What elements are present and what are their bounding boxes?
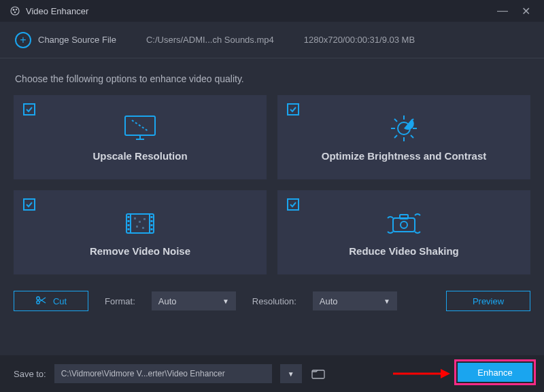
window-title: Video Enhancer (26, 6, 88, 16)
format-label: Format: (105, 296, 135, 306)
svg-point-3 (14, 12, 16, 14)
save-path-dropdown[interactable]: ▼ (280, 364, 302, 383)
checkbox-upscale[interactable] (23, 103, 35, 115)
format-select[interactable]: Auto ▼ (152, 291, 236, 310)
resolution-label: Resolution: (252, 296, 296, 306)
enhance-highlight: Enhance (454, 359, 536, 385)
folder-icon (311, 368, 325, 379)
svg-rect-24 (151, 216, 153, 218)
svg-point-37 (37, 300, 39, 303)
titlebar: Video Enhancer — ✕ (0, 0, 544, 22)
save-path-field[interactable]: C:\Vidmore\Vidmore V...erter\Video Enhan… (54, 364, 272, 383)
format-value: Auto (158, 296, 177, 306)
change-source-label: Change Source File (38, 35, 116, 45)
enhance-label: Enhance (477, 368, 512, 378)
camera-icon (384, 209, 424, 238)
checkbox-shake[interactable] (287, 198, 299, 211)
checkbox-noise[interactable] (23, 198, 35, 211)
card-upscale[interactable]: Upscale Resolution (14, 95, 267, 179)
svg-rect-34 (400, 215, 408, 219)
save-to-label: Save to: (14, 369, 46, 379)
card-brightness[interactable]: Optimize Brightness and Contrast (277, 95, 530, 179)
option-grid: Upscale Resolution Optimize Brightness a… (0, 95, 544, 274)
svg-rect-28 (134, 217, 136, 219)
sun-icon (386, 113, 422, 143)
svg-point-2 (16, 9, 17, 10)
browse-folder-button[interactable] (310, 364, 326, 383)
chevron-down-icon: ▼ (222, 298, 229, 305)
preview-label: Preview (473, 296, 504, 306)
card-label: Remove Video Noise (90, 245, 190, 257)
header: + Change Source File C:/Users/ADMI...ch … (0, 22, 544, 58)
svg-point-35 (401, 221, 407, 228)
svg-rect-25 (151, 220, 153, 222)
chevron-down-icon: ▼ (384, 298, 390, 305)
app-icon (10, 5, 20, 16)
resolution-value: Auto (320, 296, 338, 306)
scissors-icon (35, 296, 46, 307)
svg-rect-23 (128, 228, 130, 230)
cut-label: Cut (53, 296, 67, 306)
film-icon (122, 209, 158, 238)
svg-rect-21 (128, 220, 130, 222)
enhance-button[interactable]: Enhance (458, 363, 532, 382)
svg-point-36 (37, 296, 39, 299)
cut-button[interactable]: Cut (14, 291, 88, 311)
svg-rect-30 (143, 218, 146, 220)
svg-line-14 (411, 135, 413, 138)
close-button[interactable]: ✕ (514, 5, 537, 18)
svg-marker-42 (441, 369, 450, 378)
card-label: Optimize Brightness and Contrast (322, 150, 487, 162)
svg-rect-22 (128, 224, 130, 226)
preview-button[interactable]: Preview (446, 291, 530, 311)
svg-point-0 (11, 7, 19, 15)
file-meta: 1280x720/00:00:31/9.03 MB (304, 35, 415, 45)
svg-rect-32 (142, 227, 144, 229)
save-path-value: C:\Vidmore\Vidmore V...erter\Video Enhan… (61, 369, 225, 378)
svg-rect-20 (128, 216, 130, 218)
change-source-button[interactable]: + Change Source File (15, 32, 116, 48)
svg-rect-26 (151, 224, 153, 226)
plus-icon: + (15, 32, 31, 48)
svg-rect-31 (136, 226, 138, 228)
svg-point-1 (13, 9, 15, 11)
svg-line-5 (132, 120, 148, 131)
toolbar: Cut Format: Auto ▼ Resolution: Auto ▼ Pr… (0, 274, 544, 325)
card-label: Upscale Resolution (92, 150, 187, 162)
checkbox-brightness[interactable] (287, 103, 299, 115)
card-noise[interactable]: Remove Video Noise (14, 190, 267, 274)
svg-rect-33 (393, 218, 415, 232)
svg-line-15 (394, 135, 397, 138)
svg-rect-27 (151, 228, 153, 230)
minimize-button[interactable]: — (491, 5, 514, 17)
subtitle: Choose the following options to enhance … (0, 58, 544, 95)
card-label: Reduce Video Shaking (349, 245, 458, 257)
chevron-down-icon: ▼ (288, 370, 294, 378)
card-shake[interactable]: Reduce Video Shaking (277, 190, 530, 274)
svg-rect-29 (139, 221, 141, 223)
resolution-select[interactable]: Auto ▼ (313, 291, 397, 310)
svg-line-13 (394, 119, 397, 122)
monitor-icon (121, 113, 159, 143)
annotation-arrow (393, 368, 450, 380)
file-path: C:/Users/ADMI...ch Sounds.mp4 (146, 35, 274, 45)
